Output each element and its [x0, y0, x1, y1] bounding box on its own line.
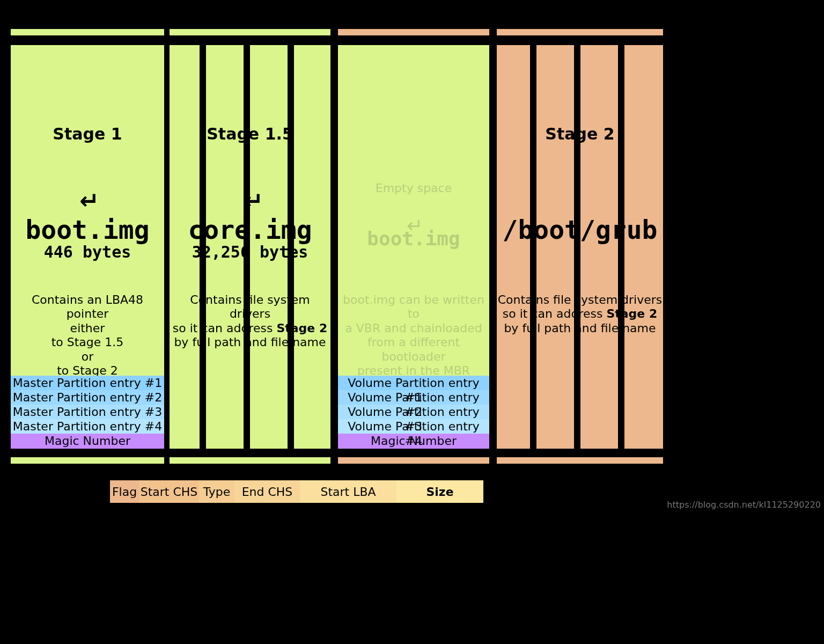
- stage1-partition-table: Master Partition entry #1 Master Partiti…: [11, 376, 164, 449]
- lbl-sectors1-62: sectors 1..62: [214, 12, 283, 25]
- master-partition-entry-2: Master Partition entry #2: [11, 390, 164, 405]
- vstrip: [618, 45, 624, 449]
- stage1-header: Stage 1: [11, 125, 164, 143]
- block-stage15: Stage 1.5 ↵ core.img 32,256 bytes Contai…: [170, 45, 330, 449]
- stage1-magic-number: Magic Number: [11, 434, 164, 449]
- lbl-sector63: sector 63: [391, 12, 441, 25]
- stage15-title: core.img: [170, 215, 330, 245]
- legend-flag: Flag: [110, 480, 139, 503]
- lbl-mbr-gap: MBR gap: [225, 468, 273, 481]
- empty-desc: boot.img can be written to a VBR and cha…: [338, 293, 489, 378]
- stage1-title: boot.img: [11, 215, 164, 245]
- empty-title: boot.img: [338, 228, 489, 250]
- bottom-color-bar: [11, 457, 663, 464]
- vstrip: [530, 45, 536, 449]
- vstrip: [574, 45, 580, 449]
- stage15-header: Stage 1.5: [170, 125, 330, 143]
- arrow-icon: ↵: [79, 187, 99, 214]
- volume-partition-entry-3: Volume Partition entry #3: [338, 405, 489, 419]
- vstrip: [244, 45, 250, 449]
- legend-start-chs: Start CHS: [139, 480, 199, 503]
- legend: Flag Start CHS Type End CHS Start LBA Si…: [110, 480, 483, 503]
- stage15-subtitle: 32,256 bytes: [170, 243, 330, 261]
- volume-partition-entry-4: Volume Partition entry #4: [338, 419, 489, 434]
- top-color-bar: [11, 29, 663, 35]
- lbl-partition2: partition 2: [553, 468, 608, 481]
- legend-type: Type: [199, 480, 234, 503]
- master-partition-entry-4: Master Partition entry #4: [11, 419, 164, 434]
- volume-partition-entry-1: Volume Partition entry #1: [338, 376, 489, 390]
- stage1-subtitle: 446 bytes: [11, 243, 164, 261]
- vstrip: [288, 45, 294, 449]
- lbl-mounted-fs: / mounted filesystem: [520, 12, 634, 25]
- lbl-partition1: partition 1: [385, 468, 441, 481]
- empty-magic-number: Magic Number: [338, 434, 489, 449]
- block-stage1: Stage 1 ↵ boot.img 446 bytes Contains an…: [11, 45, 164, 449]
- empty-partition-table: Volume Partition entry #1 Volume Partiti…: [338, 376, 489, 449]
- legend-start-lba: Start LBA: [300, 480, 396, 503]
- stage1-desc: Contains an LBA48 pointer either to Stag…: [11, 293, 164, 378]
- block-empty: Empty space ↵ boot.img boot.img can be w…: [338, 45, 489, 449]
- vstrip: [200, 45, 206, 449]
- empty-header: Empty space: [338, 181, 489, 195]
- lbl-sector0: sector 0: [58, 12, 101, 25]
- lbl-mbr: MBR: [75, 468, 99, 481]
- legend-size: Size: [396, 480, 483, 503]
- watermark: https://blog.csdn.net/kl1125290220: [667, 500, 821, 510]
- legend-end-chs: End CHS: [234, 480, 300, 503]
- stage15-desc: Contains file system drivers so it can a…: [170, 293, 330, 350]
- volume-partition-entry-2: Volume Partition entry #2: [338, 390, 489, 405]
- master-partition-entry-3: Master Partition entry #3: [11, 405, 164, 419]
- master-partition-entry-1: Master Partition entry #1: [11, 376, 164, 390]
